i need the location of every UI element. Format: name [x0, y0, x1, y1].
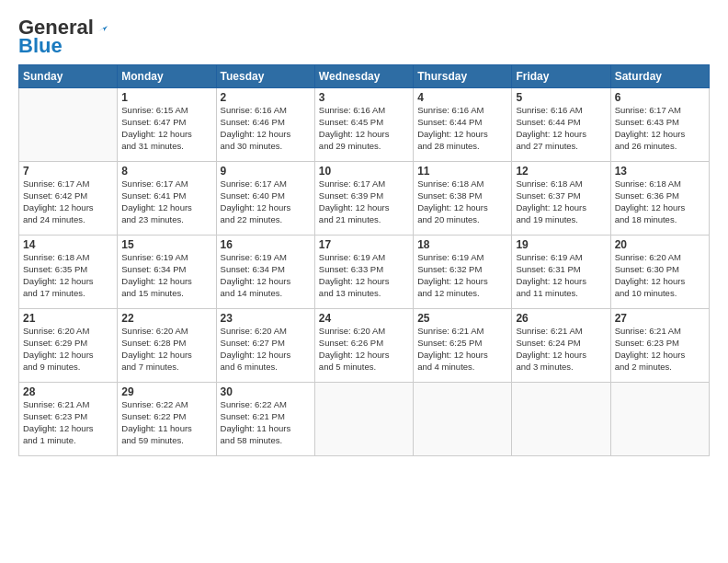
weekday-header-saturday: Saturday — [610, 65, 709, 88]
calendar-week-row: 28Sunrise: 6:21 AMSunset: 6:23 PMDayligh… — [19, 383, 710, 456]
day-number: 23 — [221, 312, 311, 325]
day-number: 9 — [221, 165, 311, 178]
weekday-header-wednesday: Wednesday — [314, 65, 413, 88]
day-number: 17 — [319, 238, 409, 251]
logo-bird-icon — [95, 18, 111, 35]
calendar-cell: 6Sunrise: 6:17 AMSunset: 6:43 PMDaylight… — [610, 88, 709, 162]
day-info: Sunrise: 6:21 AMSunset: 6:23 PMDaylight:… — [23, 399, 113, 446]
day-number: 19 — [516, 238, 606, 251]
weekday-header-thursday: Thursday — [414, 65, 512, 88]
calendar-cell: 17Sunrise: 6:19 AMSunset: 6:33 PMDayligh… — [314, 236, 413, 309]
day-number: 15 — [121, 238, 211, 251]
calendar-cell: 3Sunrise: 6:16 AMSunset: 6:45 PMDaylight… — [314, 88, 413, 162]
calendar-cell — [414, 383, 512, 456]
calendar-cell: 25Sunrise: 6:21 AMSunset: 6:25 PMDayligh… — [414, 309, 512, 383]
logo-blue-text: Blue — [18, 35, 63, 57]
day-info: Sunrise: 6:18 AMSunset: 6:37 PMDaylight:… — [516, 178, 606, 225]
calendar-cell — [610, 383, 709, 456]
calendar-cell: 11Sunrise: 6:18 AMSunset: 6:38 PMDayligh… — [414, 162, 512, 236]
calendar-cell: 16Sunrise: 6:19 AMSunset: 6:34 PMDayligh… — [216, 236, 314, 309]
calendar-week-row: 14Sunrise: 6:18 AMSunset: 6:35 PMDayligh… — [19, 236, 710, 309]
calendar-cell: 28Sunrise: 6:21 AMSunset: 6:23 PMDayligh… — [19, 383, 118, 456]
calendar-cell: 4Sunrise: 6:16 AMSunset: 6:44 PMDaylight… — [414, 88, 512, 162]
weekday-header-tuesday: Tuesday — [216, 65, 314, 88]
day-info: Sunrise: 6:19 AMSunset: 6:34 PMDaylight:… — [121, 252, 211, 299]
calendar-week-row: 1Sunrise: 6:15 AMSunset: 6:47 PMDaylight… — [19, 88, 710, 162]
header: General Blue — [18, 17, 710, 57]
calendar-cell: 8Sunrise: 6:17 AMSunset: 6:41 PMDaylight… — [118, 162, 216, 236]
day-info: Sunrise: 6:19 AMSunset: 6:34 PMDaylight:… — [221, 252, 311, 299]
calendar-week-row: 7Sunrise: 6:17 AMSunset: 6:42 PMDaylight… — [19, 162, 710, 236]
day-info: Sunrise: 6:18 AMSunset: 6:38 PMDaylight:… — [417, 178, 507, 225]
calendar-cell — [512, 383, 610, 456]
day-info: Sunrise: 6:17 AMSunset: 6:42 PMDaylight:… — [23, 178, 113, 225]
day-number: 5 — [516, 91, 606, 104]
day-number: 6 — [615, 91, 705, 104]
svg-marker-0 — [98, 26, 108, 31]
calendar-cell — [19, 88, 118, 162]
day-info: Sunrise: 6:18 AMSunset: 6:36 PMDaylight:… — [615, 178, 705, 225]
day-info: Sunrise: 6:20 AMSunset: 6:26 PMDaylight:… — [319, 326, 409, 373]
day-number: 12 — [516, 165, 606, 178]
day-info: Sunrise: 6:20 AMSunset: 6:29 PMDaylight:… — [23, 326, 113, 373]
calendar-cell: 22Sunrise: 6:20 AMSunset: 6:28 PMDayligh… — [118, 309, 216, 383]
calendar-cell: 1Sunrise: 6:15 AMSunset: 6:47 PMDaylight… — [118, 88, 216, 162]
day-number: 22 — [121, 312, 211, 325]
calendar-cell: 19Sunrise: 6:19 AMSunset: 6:31 PMDayligh… — [512, 236, 610, 309]
day-number: 18 — [417, 238, 507, 251]
day-info: Sunrise: 6:19 AMSunset: 6:33 PMDaylight:… — [319, 252, 409, 299]
day-number: 4 — [417, 91, 507, 104]
day-number: 2 — [221, 91, 311, 104]
day-number: 14 — [23, 238, 113, 251]
calendar-cell: 27Sunrise: 6:21 AMSunset: 6:23 PMDayligh… — [610, 309, 709, 383]
weekday-header-sunday: Sunday — [19, 65, 118, 88]
calendar-cell: 14Sunrise: 6:18 AMSunset: 6:35 PMDayligh… — [19, 236, 118, 309]
weekday-header-monday: Monday — [118, 65, 216, 88]
calendar-cell: 18Sunrise: 6:19 AMSunset: 6:32 PMDayligh… — [414, 236, 512, 309]
day-info: Sunrise: 6:17 AMSunset: 6:43 PMDaylight:… — [615, 105, 705, 152]
day-info: Sunrise: 6:16 AMSunset: 6:44 PMDaylight:… — [516, 105, 606, 152]
page: General Blue SundayMondayTuesdayWednesda… — [0, 0, 728, 563]
day-info: Sunrise: 6:16 AMSunset: 6:46 PMDaylight:… — [221, 105, 311, 152]
calendar-cell: 5Sunrise: 6:16 AMSunset: 6:44 PMDaylight… — [512, 88, 610, 162]
calendar-cell: 10Sunrise: 6:17 AMSunset: 6:39 PMDayligh… — [314, 162, 413, 236]
calendar-cell: 7Sunrise: 6:17 AMSunset: 6:42 PMDaylight… — [19, 162, 118, 236]
day-number: 7 — [23, 165, 113, 178]
day-info: Sunrise: 6:21 AMSunset: 6:23 PMDaylight:… — [615, 326, 705, 373]
day-number: 8 — [121, 165, 211, 178]
day-info: Sunrise: 6:21 AMSunset: 6:24 PMDaylight:… — [516, 326, 606, 373]
day-info: Sunrise: 6:20 AMSunset: 6:28 PMDaylight:… — [121, 326, 211, 373]
logo: General Blue — [18, 17, 111, 57]
calendar-cell: 15Sunrise: 6:19 AMSunset: 6:34 PMDayligh… — [118, 236, 216, 309]
day-number: 21 — [23, 312, 113, 325]
day-number: 13 — [615, 165, 705, 178]
calendar-cell: 13Sunrise: 6:18 AMSunset: 6:36 PMDayligh… — [610, 162, 709, 236]
day-number: 1 — [121, 91, 211, 104]
day-info: Sunrise: 6:17 AMSunset: 6:39 PMDaylight:… — [319, 178, 409, 225]
day-info: Sunrise: 6:19 AMSunset: 6:32 PMDaylight:… — [417, 252, 507, 299]
calendar-cell: 30Sunrise: 6:22 AMSunset: 6:21 PMDayligh… — [216, 383, 314, 456]
calendar-cell: 24Sunrise: 6:20 AMSunset: 6:26 PMDayligh… — [314, 309, 413, 383]
day-info: Sunrise: 6:17 AMSunset: 6:40 PMDaylight:… — [221, 178, 311, 225]
calendar-cell: 26Sunrise: 6:21 AMSunset: 6:24 PMDayligh… — [512, 309, 610, 383]
calendar-cell: 21Sunrise: 6:20 AMSunset: 6:29 PMDayligh… — [19, 309, 118, 383]
day-number: 28 — [23, 385, 113, 398]
day-info: Sunrise: 6:20 AMSunset: 6:27 PMDaylight:… — [221, 326, 311, 373]
day-info: Sunrise: 6:20 AMSunset: 6:30 PMDaylight:… — [615, 252, 705, 299]
calendar-cell: 2Sunrise: 6:16 AMSunset: 6:46 PMDaylight… — [216, 88, 314, 162]
calendar-week-row: 21Sunrise: 6:20 AMSunset: 6:29 PMDayligh… — [19, 309, 710, 383]
day-info: Sunrise: 6:16 AMSunset: 6:44 PMDaylight:… — [417, 105, 507, 152]
day-number: 24 — [319, 312, 409, 325]
day-info: Sunrise: 6:22 AMSunset: 6:22 PMDaylight:… — [121, 399, 211, 446]
day-number: 16 — [221, 238, 311, 251]
calendar-cell: 12Sunrise: 6:18 AMSunset: 6:37 PMDayligh… — [512, 162, 610, 236]
day-info: Sunrise: 6:22 AMSunset: 6:21 PMDaylight:… — [221, 399, 311, 446]
day-number: 3 — [319, 91, 409, 104]
calendar-cell: 9Sunrise: 6:17 AMSunset: 6:40 PMDaylight… — [216, 162, 314, 236]
day-number: 30 — [221, 385, 311, 398]
weekday-header-row: SundayMondayTuesdayWednesdayThursdayFrid… — [19, 65, 710, 88]
day-number: 11 — [417, 165, 507, 178]
day-info: Sunrise: 6:17 AMSunset: 6:41 PMDaylight:… — [121, 178, 211, 225]
calendar-table: SundayMondayTuesdayWednesdayThursdayFrid… — [18, 64, 710, 456]
calendar-cell: 23Sunrise: 6:20 AMSunset: 6:27 PMDayligh… — [216, 309, 314, 383]
